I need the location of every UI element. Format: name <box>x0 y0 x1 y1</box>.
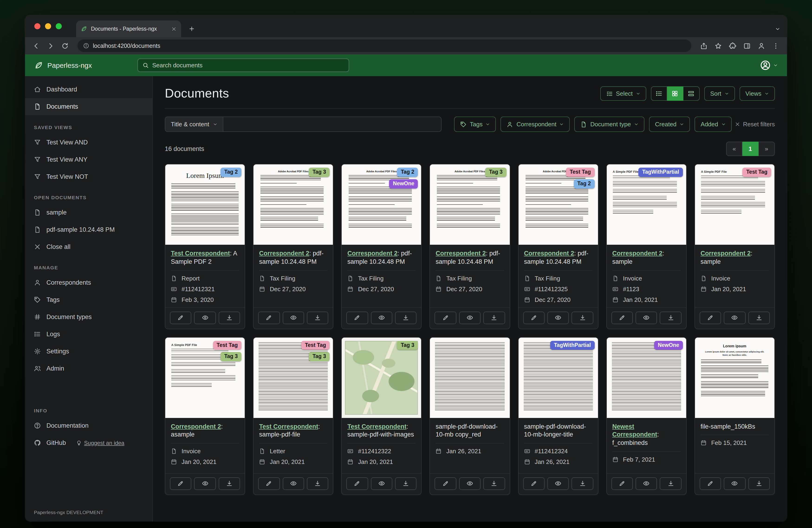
sidebar-item-documents[interactable]: Documents <box>25 98 152 115</box>
tag-badge[interactable]: Tag 2 <box>397 168 418 177</box>
user-menu[interactable] <box>760 60 778 71</box>
tab-close-icon[interactable] <box>171 26 176 31</box>
download-button[interactable] <box>660 311 682 324</box>
download-button[interactable] <box>660 477 682 490</box>
document-thumbnail[interactable]: Adobe Acrobat PDF Files Tag 2NewOne <box>342 165 421 245</box>
correspondent-filter-button[interactable]: Correspondent <box>501 117 570 132</box>
sidebar-item-correspondents[interactable]: Correspondents <box>25 274 152 291</box>
correspondent-link[interactable]: Test Correspondent <box>348 423 407 430</box>
edit-button[interactable] <box>170 477 191 490</box>
detail-view-button[interactable] <box>683 86 699 101</box>
site-info-icon[interactable] <box>83 43 89 49</box>
download-button[interactable] <box>748 311 770 324</box>
view-button[interactable] <box>547 477 569 490</box>
grid-view-button[interactable] <box>667 86 683 101</box>
document-thumbnail[interactable]: Adobe Acrobat PDF Files Test TagTag 2 <box>518 165 598 245</box>
profile-icon[interactable] <box>758 42 765 49</box>
tag-badge[interactable]: Tag 3 <box>309 352 330 361</box>
edit-button[interactable] <box>347 311 368 324</box>
suggest-an-idea-link[interactable]: Suggest an idea <box>76 440 125 446</box>
extensions-icon[interactable] <box>729 42 736 49</box>
document-thumbnail[interactable]: Lorem ipsumLorem ipsum dolor sit amet, c… <box>695 337 774 418</box>
view-button[interactable] <box>459 311 481 324</box>
tag-badge[interactable]: Test Tag <box>566 168 594 177</box>
title-content-dropdown[interactable]: Title & content <box>165 117 223 132</box>
window-zoom-button[interactable] <box>56 23 62 29</box>
document-type-filter-button[interactable]: Document type <box>575 117 644 132</box>
edit-button[interactable] <box>435 311 456 324</box>
view-button[interactable] <box>724 311 745 324</box>
sidebar-item-document-types[interactable]: Document types <box>25 308 152 326</box>
edit-button[interactable] <box>700 311 721 324</box>
tag-badge[interactable]: Tag 3 <box>485 168 506 177</box>
app-brand[interactable]: Paperless-ngx <box>34 61 92 70</box>
document-thumbnail[interactable]: Adobe Acrobat PDF Files Tag 3 <box>430 165 509 245</box>
browser-reload-button[interactable] <box>61 42 69 49</box>
download-button[interactable] <box>572 311 593 324</box>
view-button[interactable] <box>459 477 481 490</box>
view-button[interactable] <box>547 311 569 324</box>
pagination-next-button[interactable]: » <box>759 142 775 156</box>
download-button[interactable] <box>483 311 505 324</box>
document-thumbnail[interactable]: Tag 3 <box>342 337 421 418</box>
title-content-input[interactable] <box>223 117 441 132</box>
tag-badge[interactable]: Tag 2 <box>220 168 242 177</box>
sidebar-item-test-view-and[interactable]: Test View AND <box>25 134 152 151</box>
tab-search-button[interactable] <box>775 26 780 32</box>
correspondent-link[interactable]: Correspondent 2 <box>612 250 662 257</box>
document-thumbnail[interactable] <box>430 337 509 418</box>
tag-badge[interactable]: Tag 2 <box>574 179 594 188</box>
correspondent-link[interactable]: Correspondent 2 <box>171 423 221 430</box>
tags-filter-button[interactable]: Tags <box>454 117 496 132</box>
edit-button[interactable] <box>700 477 721 490</box>
browser-back-button[interactable] <box>32 42 40 49</box>
view-button[interactable] <box>371 311 392 324</box>
edit-button[interactable] <box>258 477 280 490</box>
correspondent-link[interactable]: Correspondent 2 <box>259 250 309 257</box>
download-button[interactable] <box>572 477 593 490</box>
sidebar-item-close-all[interactable]: Close all <box>25 238 152 255</box>
window-minimize-button[interactable] <box>45 23 51 29</box>
sidebar-item-tags[interactable]: Tags <box>25 291 152 308</box>
tag-badge[interactable]: Tag 3 <box>220 352 242 361</box>
reset-filters-button[interactable]: Reset filters <box>735 121 775 128</box>
tag-badge[interactable]: Test Tag <box>213 341 242 350</box>
correspondent-link[interactable]: Correspondent 2 <box>436 250 486 257</box>
download-button[interactable] <box>307 311 329 324</box>
bookmark-star-icon[interactable] <box>714 42 722 49</box>
document-thumbnail[interactable]: A Simple PDF File Test TagTag 3 <box>165 337 245 418</box>
created-filter-button[interactable]: Created <box>649 117 690 132</box>
correspondent-link[interactable]: Test Correspondent <box>259 423 318 430</box>
document-thumbnail[interactable]: A Simple PDF File Test Tag <box>695 165 774 245</box>
pagination-page-1-button[interactable]: 1 <box>742 142 759 156</box>
document-thumbnail[interactable]: Lorem Ipsum Tag 2 <box>165 165 245 245</box>
sidebar-item-github[interactable]: GitHubSuggest an idea <box>25 434 152 452</box>
download-button[interactable] <box>483 477 505 490</box>
document-thumbnail[interactable]: NewOne <box>607 337 686 418</box>
sidebar-item-documentation[interactable]: Documentation <box>25 417 152 434</box>
correspondent-link[interactable]: Correspondent 2 <box>700 250 751 257</box>
download-button[interactable] <box>307 477 329 490</box>
window-close-button[interactable] <box>34 23 40 29</box>
tag-badge[interactable]: Test Tag <box>301 341 330 350</box>
download-button[interactable] <box>748 477 770 490</box>
document-thumbnail[interactable]: Adobe Acrobat PDF Files Tag 3 <box>253 165 333 245</box>
edit-button[interactable] <box>347 477 368 490</box>
tag-badge[interactable]: Tag 3 <box>397 341 418 350</box>
search-input[interactable] <box>152 62 344 69</box>
address-bar[interactable]: localhost:4200/documents <box>77 40 691 52</box>
sidebar-item-test-view-not[interactable]: Test View NOT <box>25 168 152 185</box>
tag-badge[interactable]: Test Tag <box>743 168 771 177</box>
sort-button[interactable]: Sort <box>704 86 735 101</box>
download-button[interactable] <box>219 311 240 324</box>
browser-forward-button[interactable] <box>47 42 54 49</box>
edit-button[interactable] <box>611 477 633 490</box>
correspondent-link[interactable]: Test Correspondent <box>171 250 230 257</box>
list-view-button[interactable] <box>651 86 667 101</box>
view-button[interactable] <box>636 477 657 490</box>
share-icon[interactable] <box>700 42 708 49</box>
added-filter-button[interactable]: Added <box>695 117 731 132</box>
view-button[interactable] <box>371 477 392 490</box>
sidebar-item-logs[interactable]: Logs <box>25 326 152 343</box>
download-button[interactable] <box>395 477 417 490</box>
